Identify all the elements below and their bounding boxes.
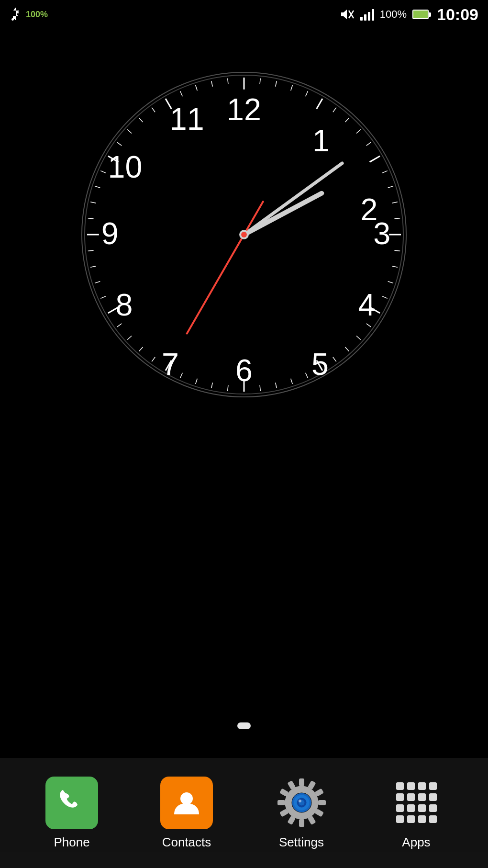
svg-line-30 — [291, 379, 293, 384]
status-left: 100% — [10, 7, 48, 22]
clock-8: 8 — [116, 288, 133, 322]
svg-line-37 — [180, 373, 183, 378]
svg-line-51 — [95, 186, 100, 188]
svg-line-12 — [366, 142, 371, 146]
battery-icon — [412, 10, 431, 19]
svg-rect-69 — [318, 800, 326, 805]
svg-line-32 — [260, 385, 260, 391]
apps-grid — [391, 778, 442, 828]
svg-line-4 — [260, 79, 260, 84]
clock-3: 3 — [373, 216, 390, 251]
svg-line-49 — [88, 218, 94, 219]
svg-line-14 — [382, 171, 388, 173]
svg-line-34 — [228, 385, 228, 391]
dock-item-contacts[interactable]: Contacts — [160, 777, 213, 850]
page-indicator — [237, 722, 251, 729]
svg-line-6 — [291, 85, 293, 90]
svg-line-24 — [366, 324, 371, 327]
status-bar: 100% 100% 10:09 — [0, 0, 488, 29]
svg-line-44 — [100, 296, 106, 299]
svg-line-57 — [152, 108, 155, 113]
svg-line-45 — [95, 282, 100, 283]
battery-small-label: 100% — [26, 10, 48, 20]
svg-line-29 — [306, 373, 308, 378]
svg-point-63 — [180, 792, 193, 805]
clock-12: 12 — [227, 92, 261, 127]
svg-line-21 — [388, 282, 393, 283]
svg-line-8 — [317, 99, 322, 109]
clock-svg: 12 1 2 3 4 5 6 7 8 9 10 11 — [82, 73, 406, 396]
svg-line-15 — [388, 186, 393, 188]
svg-point-82 — [299, 800, 301, 802]
minute-hand — [244, 163, 342, 235]
svg-line-36 — [196, 379, 198, 384]
svg-line-59 — [180, 91, 183, 96]
clock-widget[interactable]: 12 1 2 3 4 5 6 7 8 9 10 11 — [81, 72, 407, 397]
dock-item-phone[interactable]: Phone — [45, 777, 98, 850]
svg-line-26 — [345, 347, 349, 351]
svg-line-62 — [228, 79, 228, 84]
svg-line-7 — [306, 91, 308, 96]
dock-item-apps[interactable]: Apps — [390, 777, 443, 850]
svg-line-35 — [211, 383, 212, 388]
svg-line-13 — [370, 156, 380, 162]
clock-face: 12 1 2 3 4 5 6 7 8 9 10 11 — [81, 72, 407, 397]
svg-line-27 — [333, 357, 336, 362]
contacts-label: Contacts — [162, 835, 211, 850]
signal-bars — [360, 8, 374, 21]
apps-label: Apps — [402, 835, 430, 850]
dock: Phone Contacts — [0, 758, 488, 868]
mute-icon — [340, 8, 355, 21]
svg-line-42 — [117, 324, 122, 327]
phone-icon — [57, 788, 87, 818]
status-right: 100% 10:09 — [340, 5, 478, 24]
clock-6: 6 — [235, 353, 253, 388]
center-dot-inner — [241, 232, 247, 237]
svg-line-31 — [276, 383, 277, 388]
svg-line-50 — [90, 202, 96, 203]
svg-rect-75 — [277, 800, 285, 805]
svg-line-55 — [127, 129, 132, 133]
svg-line-56 — [139, 118, 143, 122]
contacts-icon-container — [160, 777, 213, 829]
usb-icon — [10, 7, 21, 22]
second-hand — [187, 235, 244, 334]
svg-line-39 — [152, 357, 155, 362]
svg-line-25 — [356, 336, 361, 340]
svg-rect-65 — [299, 778, 304, 786]
svg-line-61 — [211, 81, 212, 87]
phone-label: Phone — [54, 835, 89, 850]
battery-percent: 100% — [380, 8, 407, 21]
svg-line-11 — [356, 129, 361, 133]
svg-line-41 — [127, 336, 132, 340]
svg-line-9 — [333, 108, 336, 113]
svg-line-17 — [394, 218, 400, 219]
clock-9: 9 — [101, 216, 119, 251]
dock-item-settings[interactable]: Settings — [275, 777, 328, 850]
svg-line-60 — [196, 85, 198, 90]
time-display: 10:09 — [437, 5, 478, 24]
settings-label: Settings — [279, 835, 324, 850]
svg-line-52 — [100, 171, 106, 173]
svg-line-22 — [382, 296, 388, 299]
svg-line-40 — [139, 347, 143, 351]
clock-1: 1 — [312, 124, 330, 158]
svg-line-54 — [117, 142, 122, 146]
settings-icon-container — [275, 777, 328, 829]
svg-rect-72 — [299, 819, 304, 827]
svg-line-20 — [392, 266, 398, 267]
svg-line-16 — [392, 202, 398, 203]
clock-11: 11 — [170, 102, 204, 136]
phone-icon-container — [45, 777, 98, 829]
apps-icon-container — [390, 777, 443, 829]
clock-10: 10 — [108, 150, 143, 184]
clock-5: 5 — [311, 347, 329, 382]
clock-4: 4 — [358, 288, 376, 322]
settings-icon — [277, 778, 327, 828]
page-dot-active — [237, 722, 251, 729]
contacts-icon — [172, 788, 201, 818]
svg-line-5 — [276, 81, 277, 87]
svg-line-47 — [88, 250, 94, 251]
svg-line-19 — [394, 250, 400, 251]
svg-line-46 — [90, 266, 96, 267]
